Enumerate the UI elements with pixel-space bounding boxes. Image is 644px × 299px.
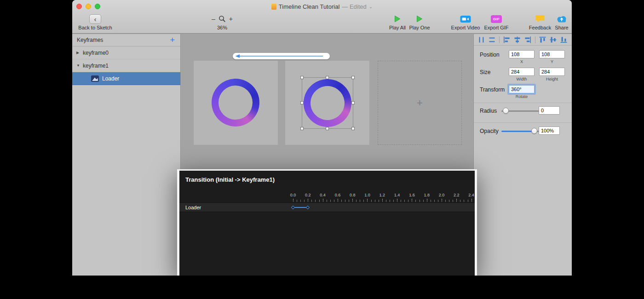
divider xyxy=(535,36,535,43)
export-video-button[interactable]: Export Video xyxy=(448,13,483,30)
export-gif-button[interactable]: GIF Export GIF xyxy=(482,13,511,30)
align-middle-icon[interactable] xyxy=(550,36,557,43)
ruler-label: 1.8 xyxy=(424,193,430,197)
artboard-keyframe1[interactable] xyxy=(285,61,369,145)
opacity-label: Opacity xyxy=(480,128,499,134)
align-bottom-icon[interactable] xyxy=(560,36,567,43)
scrubber-arrow-icon xyxy=(233,53,330,59)
keyframe-diamond[interactable] xyxy=(306,205,310,209)
zoom-out-button[interactable]: – xyxy=(212,16,215,22)
timeline-row-loader[interactable]: Loader xyxy=(179,202,475,212)
selection-handle-s[interactable] xyxy=(326,127,329,130)
sidebar-item-keyframe1[interactable]: ▼ keyframe1 xyxy=(72,59,180,72)
share-label: Share xyxy=(552,25,571,30)
play-one-button[interactable]: Play One xyxy=(408,13,431,30)
selection-handle-ne[interactable] xyxy=(351,76,355,79)
loader-ring[interactable] xyxy=(212,79,259,126)
cloud-upload-icon xyxy=(556,15,567,23)
artboard-keyframe0[interactable] xyxy=(194,61,278,145)
align-top-icon[interactable] xyxy=(539,36,546,43)
timeline-ruler[interactable]: 0.00.20.40.60.81.01.21.41.61.82.02.22.4 xyxy=(179,193,475,198)
keyframe0-label: keyframe0 xyxy=(83,50,109,56)
position-y-input[interactable] xyxy=(539,50,565,58)
ruler-label: 0.8 xyxy=(350,193,356,197)
radius-label: Radius xyxy=(480,108,497,114)
transform-row: Transform Rotate xyxy=(474,85,572,100)
selection-handle-se[interactable] xyxy=(351,127,355,130)
keyframes-sidebar: Keyframes + ▶ keyframe0 ▼ keyframe1 Load… xyxy=(72,34,181,276)
timeline-panel: Transition (Initial -> Keyframe1) 0.00.2… xyxy=(177,169,477,276)
radius-slider-knob[interactable] xyxy=(503,108,509,114)
layer-thumbnail-icon xyxy=(91,75,99,82)
sidebar-item-loader[interactable]: Loader xyxy=(72,72,180,85)
ruler-label: 2.2 xyxy=(454,193,460,197)
feedback-label: Feedback xyxy=(527,25,553,30)
add-artboard-plus[interactable]: + xyxy=(417,97,423,109)
artboard-empty[interactable]: + xyxy=(378,61,462,145)
ruler-label: 0.6 xyxy=(335,193,341,197)
selection-handle-nw[interactable] xyxy=(300,76,304,79)
add-keyframe-button[interactable]: + xyxy=(170,36,175,44)
position-x-input[interactable] xyxy=(509,50,535,58)
play-all-label: Play All xyxy=(386,25,408,30)
ruler-label: 1.6 xyxy=(409,193,415,197)
selection-handle-w[interactable] xyxy=(300,101,304,104)
feedback-button[interactable]: Feedback xyxy=(527,13,553,30)
inspector-panel: Position X Y Size Width Height Transform xyxy=(473,34,572,276)
rotate-input[interactable] xyxy=(509,85,535,93)
align-right-icon[interactable] xyxy=(524,36,531,43)
play-all-button[interactable]: Play All xyxy=(386,13,408,30)
x-sublabel: X xyxy=(509,59,535,64)
window-title: Timeline Clean Tutorial — Edited ⌄ xyxy=(72,3,572,10)
ruler-label: 0.4 xyxy=(320,193,326,197)
share-button[interactable]: Share xyxy=(552,13,571,30)
width-sublabel: Width xyxy=(509,77,535,81)
ruler-label: 1.2 xyxy=(380,193,385,197)
height-sublabel: Height xyxy=(539,77,565,81)
back-button[interactable]: ‹ xyxy=(89,14,101,24)
timeline-scrubber[interactable] xyxy=(233,53,330,59)
title-chevron-icon[interactable]: ⌄ xyxy=(369,4,373,9)
gif-icon: GIF xyxy=(491,15,502,23)
window-title-edited: — Edited xyxy=(342,3,366,10)
keyframe-diamond[interactable] xyxy=(291,205,295,209)
selection-handle-sw[interactable] xyxy=(300,127,304,130)
size-height-input[interactable] xyxy=(539,68,565,76)
opacity-slider-knob[interactable] xyxy=(531,128,537,134)
play-one-label: Play One xyxy=(408,25,431,30)
disclosure-expanded-icon[interactable]: ▼ xyxy=(76,63,83,68)
selection-box[interactable] xyxy=(302,77,353,129)
ruler-label: 2.4 xyxy=(468,193,474,197)
back-label: Back to Sketch xyxy=(77,25,114,30)
desktop: { "window": { "title": "Timeline Clean T… xyxy=(0,0,644,299)
opacity-input[interactable] xyxy=(539,126,560,135)
selection-handle-n[interactable] xyxy=(326,76,329,79)
transform-label: Transform xyxy=(480,86,505,93)
distribute-horizontally-icon[interactable] xyxy=(478,36,485,43)
selection-handle-e[interactable] xyxy=(351,101,355,104)
radius-slider[interactable] xyxy=(501,108,539,115)
align-left-icon[interactable] xyxy=(503,36,510,43)
keyframe1-label: keyframe1 xyxy=(83,63,109,69)
zoom-level: 36% xyxy=(204,25,241,30)
play-icon xyxy=(416,15,423,23)
size-row: Size Width Height xyxy=(474,67,572,83)
size-width-input[interactable] xyxy=(509,68,535,76)
window-title-text: Timeline Clean Tutorial xyxy=(279,3,339,10)
export-gif-label: Export GIF xyxy=(482,25,511,30)
sidebar-item-keyframe0[interactable]: ▶ keyframe0 xyxy=(72,46,180,59)
ruler-label: 0.2 xyxy=(305,193,311,197)
loader-track[interactable] xyxy=(179,203,475,212)
opacity-slider[interactable] xyxy=(501,128,539,135)
play-icon xyxy=(394,15,401,23)
video-camera-icon xyxy=(460,15,471,23)
zoom-in-button[interactable]: + xyxy=(229,16,233,22)
distribute-vertically-icon[interactable] xyxy=(489,36,495,43)
window-chrome: Timeline Clean Tutorial — Edited ⌄ ‹ Bac… xyxy=(72,0,572,34)
align-center-horizontal-icon[interactable] xyxy=(514,36,521,43)
alignment-toolbar xyxy=(474,34,572,46)
disclosure-collapsed-icon[interactable]: ▶ xyxy=(76,51,83,55)
toolbar: ‹ Back to Sketch – + 36% xyxy=(72,12,572,33)
ruler-minor-ticks xyxy=(293,200,475,202)
radius-input[interactable] xyxy=(539,106,560,115)
